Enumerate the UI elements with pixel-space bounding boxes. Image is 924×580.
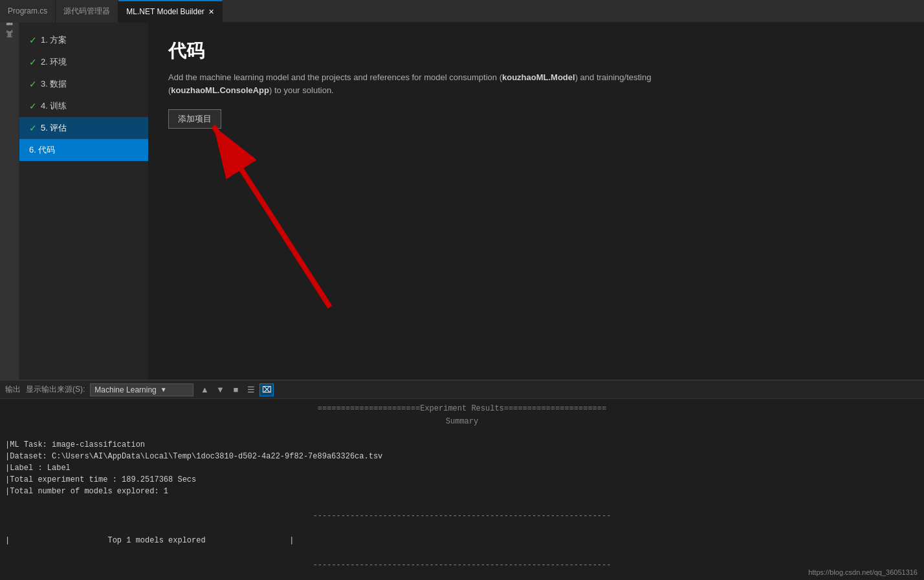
sidebar-item-manager[interactable]: 证据管理器 (2, 26, 17, 36)
console-app-name: kouzhaoML.ConsoleApp (171, 85, 269, 95)
vertical-toolbar: 证据管理器 工具 (0, 23, 19, 380)
steps-sidebar: ✓ 1. 方案 ✓ 2. 环境 ✓ 3. 数据 ✓ 4. 训练 ✓ 5. 评估 … (19, 23, 149, 380)
output-line (5, 427, 919, 439)
step-3-data[interactable]: ✓ 3. 数据 (19, 73, 148, 95)
output-line (5, 497, 919, 509)
tab-bar: Program.cs 源代码管理器 ML.NET Model Builder ✕ (0, 0, 924, 23)
output-line: ======================Experiment Results… (5, 403, 919, 414)
step-2-env[interactable]: ✓ 2. 环境 (19, 51, 148, 73)
output-content: ======================Experiment Results… (0, 399, 924, 580)
step-4-label: 4. 训练 (41, 100, 67, 112)
step-6-code[interactable]: 6. 代码 (19, 139, 148, 161)
check-icon-5: ✓ (29, 123, 37, 133)
tab-program-cs-label: Program.cs (8, 6, 47, 16)
output-label: 输出 (5, 384, 21, 395)
step-2-label: 2. 环境 (41, 56, 67, 68)
step-3-label: 3. 数据 (41, 78, 67, 90)
tab-model-builder-label: ML.NET Model Builder (126, 7, 204, 16)
output-separator: ----------------------------------------… (5, 510, 919, 522)
output-toolbar: ▲ ▼ ■ ☰ ⌧ (197, 383, 274, 396)
sidebar-item-tools[interactable]: 工具 (2, 38, 17, 48)
tab-source-manager[interactable]: 源代码管理器 (56, 0, 118, 23)
watermark: https://blog.csdn.net/qq_36051316 (808, 568, 918, 576)
output-line (5, 523, 919, 535)
check-icon-3: ✓ (29, 79, 37, 89)
output-line: |Dataset: C:\Users\AI\AppData\Local\Temp… (5, 451, 919, 462)
close-icon[interactable]: ✕ (208, 8, 214, 16)
step-5-label: 5. 评估 (41, 122, 67, 134)
scroll-up-icon[interactable]: ▲ (197, 383, 212, 396)
tab-program-cs[interactable]: Program.cs (0, 0, 56, 23)
chevron-down-icon: ▼ (160, 386, 167, 393)
output-separator: ----------------------------------------… (5, 559, 919, 571)
stop-icon[interactable]: ■ (228, 383, 243, 396)
tab-source-manager-label: 源代码管理器 (63, 6, 110, 17)
step-4-train[interactable]: ✓ 4. 训练 (19, 95, 148, 117)
main-area: 证据管理器 工具 ✓ 1. 方案 ✓ 2. 环境 ✓ 3. 数据 ✓ 4. 训练… (0, 23, 924, 380)
output-panel: 输出 显示输出来源(S): Machine Learning ▼ ▲ ▼ ■ ☰… (0, 380, 924, 580)
step-5-eval[interactable]: ✓ 5. 评估 (19, 117, 148, 139)
output-line: | Top 1 models explored | (5, 535, 919, 546)
step-1-plan[interactable]: ✓ 1. 方案 (19, 29, 148, 51)
output-source-label: 显示输出来源(S): (26, 384, 85, 395)
check-icon-1: ✓ (29, 35, 37, 45)
clear-icon[interactable]: ☰ (244, 383, 258, 396)
content-description: Add the machine learning model and the p… (168, 71, 751, 96)
content-panel: 代码 Add the machine learning model and th… (149, 23, 924, 380)
output-line: |Total experiment time : 189.2517368 Sec… (5, 474, 919, 486)
wrap-icon[interactable]: ⌧ (259, 383, 274, 396)
desc-text-3: ) to your solution. (269, 85, 334, 95)
output-line (5, 546, 919, 558)
output-line: |ML Task: image-classification (5, 439, 919, 451)
output-line: |Label : Label (5, 462, 919, 474)
output-line: Summary (5, 416, 919, 427)
desc-text-1: Add the machine learning model and the p… (168, 72, 502, 82)
svg-line-1 (214, 126, 330, 307)
add-project-button[interactable]: 添加项目 (168, 109, 221, 129)
output-header: 输出 显示输出来源(S): Machine Learning ▼ ▲ ▼ ■ ☰… (0, 381, 924, 399)
check-icon-2: ✓ (29, 57, 37, 67)
step-6-label: 6. 代码 (29, 144, 55, 156)
output-source-value: Machine Learning (94, 385, 156, 394)
output-line: |Total number of models explored: 1 (5, 486, 919, 497)
model-name: kouzhaoML.Model (502, 72, 575, 82)
step-1-label: 1. 方案 (41, 34, 67, 46)
page-title: 代码 (168, 39, 905, 63)
check-icon-4: ✓ (29, 101, 37, 111)
scroll-down-icon[interactable]: ▼ (213, 383, 227, 396)
output-source-select[interactable]: Machine Learning ▼ (90, 383, 193, 396)
tab-model-builder[interactable]: ML.NET Model Builder ✕ (118, 0, 223, 23)
output-line (5, 572, 919, 580)
